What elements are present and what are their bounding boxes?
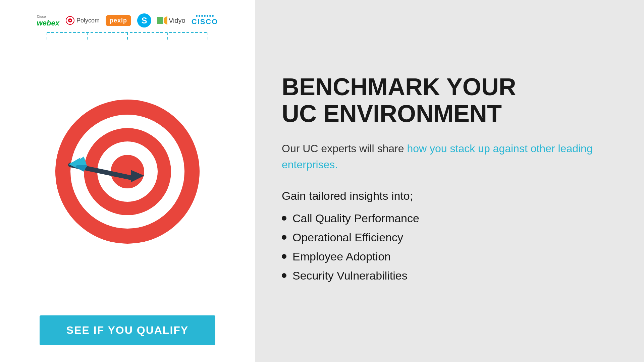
insight-employee: Employee Adoption [292,250,391,263]
cisco-small-text: Cisco [37,15,46,18]
headline: BENCHMARK YOUR UC ENVIRONMENT [282,74,617,127]
insights-list: Call Quality Performance Operational Eff… [282,212,617,288]
svg-point-15 [111,155,144,188]
cta-button[interactable]: SEE IF YOU QUALIFY [40,315,215,345]
insight-operational: Operational Efficiency [292,231,403,244]
logo-polycom: Polycom [65,16,100,25]
list-item: Employee Adoption [282,250,617,263]
target-container [50,34,205,309]
svg-marker-3 [157,17,163,24]
list-item: Security Vulnerabilities [282,269,617,282]
right-panel: BENCHMARK YOUR UC ENVIRONMENT Our UC exp… [255,0,644,362]
description: Our UC experts will share how you stack … [282,140,617,173]
logo-vidyo: Vidyo [157,15,185,25]
list-item: Call Quality Performance [282,212,617,225]
svg-marker-4 [164,16,167,25]
bullet-icon [282,235,286,240]
description-plain: Our UC experts will share [282,142,407,155]
bullet-icon [282,254,286,259]
insights-label: Gain tailored insights into; [282,189,617,202]
vidyo-label: Vidyo [169,17,185,24]
connector-line [27,31,228,41]
webex-text: webex [37,19,59,27]
logo-skype: S [137,13,151,27]
insight-security: Security Vulnerabilities [292,269,408,282]
polycom-label: Polycom [76,17,100,24]
logo-cisco: CISCO [192,15,218,26]
cisco-label: CISCO [192,17,218,26]
logo-pexip: pexip [106,15,131,26]
skype-icon: S [137,13,151,27]
target-svg [50,95,205,249]
vidyo-icon-svg [157,15,167,25]
bullet-icon [282,273,286,278]
left-panel: Cisco webex Polycom pexip S Vidyo [0,0,255,362]
svg-point-2 [69,20,71,21]
logo-webex: Cisco webex [37,14,59,27]
connector-svg [27,31,228,41]
logos-row: Cisco webex Polycom pexip S Vidyo [10,13,245,27]
list-item: Operational Efficiency [282,231,617,244]
polycom-icon-svg [65,16,75,25]
cisco-dots [196,15,214,17]
insight-call-quality: Call Quality Performance [292,212,419,225]
bullet-icon [282,216,286,221]
